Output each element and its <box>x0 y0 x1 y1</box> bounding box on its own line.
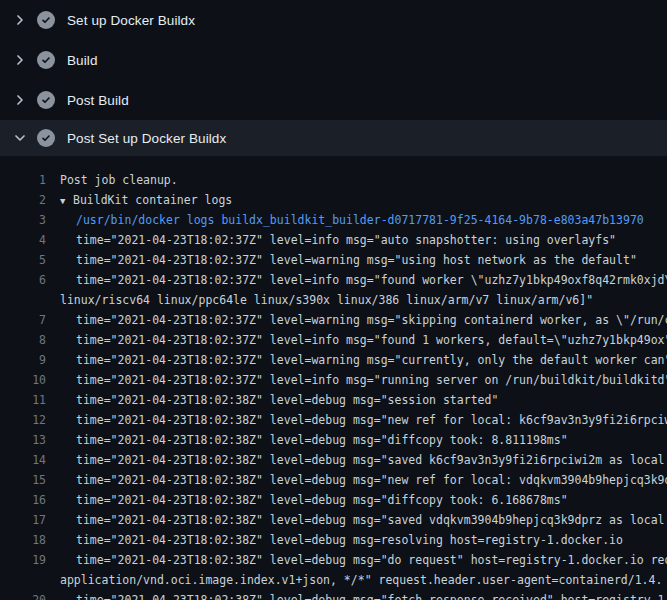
log-line: 6 time="2021-04-23T18:02:37Z" level=info… <box>0 270 667 290</box>
log-line-number[interactable]: 10 <box>0 370 46 390</box>
log-line-text: time="2021-04-23T18:02:38Z" level=debug … <box>46 390 667 410</box>
log-line: application/vnd.oci.image.index.v1+json,… <box>0 570 667 590</box>
step-label: Build <box>67 53 98 68</box>
step-label: Post Build <box>67 93 129 108</box>
log-line-number[interactable]: 1 <box>0 170 46 190</box>
log-line-number[interactable]: 15 <box>0 470 46 490</box>
log-line-text: time="2021-04-23T18:02:37Z" level=info m… <box>46 330 667 350</box>
log-line: 13 time="2021-04-23T18:02:38Z" level=deb… <box>0 430 667 450</box>
check-circle-icon <box>37 91 55 109</box>
log-area: 1 Post job cleanup. 2 ▼BuildKit containe… <box>0 156 667 600</box>
log-line-number[interactable]: 11 <box>0 390 46 410</box>
log-line-number[interactable]: 20 <box>0 590 46 600</box>
log-line-number[interactable]: 12 <box>0 410 46 430</box>
log-line-text: time="2021-04-23T18:02:37Z" level=info m… <box>46 270 667 290</box>
log-line: 14 time="2021-04-23T18:02:38Z" level=deb… <box>0 450 667 470</box>
log-line-text: time="2021-04-23T18:02:37Z" level=warnin… <box>46 310 667 330</box>
log-line-text: time="2021-04-23T18:02:38Z" level=debug … <box>46 410 667 430</box>
check-circle-icon <box>37 51 55 69</box>
chevron-down-icon <box>12 130 28 146</box>
step-label: Post Set up Docker Buildx <box>67 131 226 146</box>
log-line: 3 /usr/bin/docker logs buildx_buildkit_b… <box>0 210 667 230</box>
log-line-number[interactable]: 18 <box>0 530 46 550</box>
step-set-up-docker-buildx[interactable]: Set up Docker Buildx <box>0 0 667 40</box>
log-line-text: time="2021-04-23T18:02:38Z" level=debug … <box>46 510 667 530</box>
log-line-number <box>0 290 46 310</box>
log-line: 17 time="2021-04-23T18:02:38Z" level=deb… <box>0 510 667 530</box>
log-line-number[interactable]: 16 <box>0 490 46 510</box>
log-line-number[interactable]: 8 <box>0 330 46 350</box>
log-line: 15 time="2021-04-23T18:02:38Z" level=deb… <box>0 470 667 490</box>
step-post-build[interactable]: Post Build <box>0 80 667 120</box>
log-line: 7 time="2021-04-23T18:02:37Z" level=warn… <box>0 310 667 330</box>
log-line-text: time="2021-04-23T18:02:37Z" level=info m… <box>46 230 667 250</box>
log-line-number[interactable]: 14 <box>0 450 46 470</box>
log-line: 10 time="2021-04-23T18:02:37Z" level=inf… <box>0 370 667 390</box>
log-line: 12 time="2021-04-23T18:02:38Z" level=deb… <box>0 410 667 430</box>
log-line: 20 time="2021-04-23T18:02:38Z" level=deb… <box>0 590 667 600</box>
log-line-number[interactable]: 17 <box>0 510 46 530</box>
log-line-text: time="2021-04-23T18:02:37Z" level=info m… <box>46 370 667 390</box>
chevron-right-icon <box>12 92 28 108</box>
log-line: 5 time="2021-04-23T18:02:37Z" level=warn… <box>0 250 667 270</box>
log-line-text: Post job cleanup. <box>46 170 667 190</box>
log-line-number[interactable]: 13 <box>0 430 46 450</box>
log-line: 16 time="2021-04-23T18:02:38Z" level=deb… <box>0 490 667 510</box>
log-line: linux/riscv64 linux/ppc64le linux/s390x … <box>0 290 667 310</box>
log-line: 19 time="2021-04-23T18:02:38Z" level=deb… <box>0 550 667 570</box>
step-build[interactable]: Build <box>0 40 667 80</box>
log-line-number[interactable]: 9 <box>0 350 46 370</box>
log-line-text: time="2021-04-23T18:02:38Z" level=debug … <box>46 450 667 470</box>
log-line-text: linux/riscv64 linux/ppc64le linux/s390x … <box>46 290 667 310</box>
log-line-number[interactable]: 4 <box>0 230 46 250</box>
log-line-text: time="2021-04-23T18:02:37Z" level=warnin… <box>46 350 667 370</box>
step-post-set-up-docker-buildx[interactable]: Post Set up Docker Buildx <box>0 120 667 156</box>
chevron-right-icon <box>12 12 28 28</box>
log-line-text: application/vnd.oci.image.index.v1+json,… <box>46 570 667 590</box>
log-line-text: time="2021-04-23T18:02:38Z" level=debug … <box>46 530 667 550</box>
log-line: 2 ▼BuildKit container logs <box>0 190 667 210</box>
log-line-text: ▼BuildKit container logs <box>46 190 667 210</box>
log-line-text: time="2021-04-23T18:02:38Z" level=debug … <box>46 550 667 570</box>
log-line-text: time="2021-04-23T18:02:38Z" level=debug … <box>46 470 667 490</box>
actions-log-viewer: Set up Docker Buildx Build Post Build Po… <box>0 0 667 600</box>
collapse-triangle-icon[interactable]: ▼ <box>60 191 73 210</box>
log-line: 8 time="2021-04-23T18:02:37Z" level=info… <box>0 330 667 350</box>
check-circle-icon <box>37 129 55 147</box>
log-line-number[interactable]: 5 <box>0 250 46 270</box>
log-line-number[interactable]: 19 <box>0 550 46 570</box>
log-line-number <box>0 570 46 590</box>
log-line-text: time="2021-04-23T18:02:37Z" level=warnin… <box>46 250 667 270</box>
log-line-number[interactable]: 6 <box>0 270 46 290</box>
check-circle-icon <box>37 11 55 29</box>
log-line: 9 time="2021-04-23T18:02:37Z" level=warn… <box>0 350 667 370</box>
chevron-right-icon <box>12 52 28 68</box>
log-line-text: time="2021-04-23T18:02:38Z" level=debug … <box>46 590 667 600</box>
log-line-text: /usr/bin/docker logs buildx_buildkit_bui… <box>46 210 667 230</box>
log-line: 1 Post job cleanup. <box>0 170 667 190</box>
log-line-text: time="2021-04-23T18:02:38Z" level=debug … <box>46 430 667 450</box>
log-line: 4 time="2021-04-23T18:02:37Z" level=info… <box>0 230 667 250</box>
step-label: Set up Docker Buildx <box>67 13 195 28</box>
log-line: 11 time="2021-04-23T18:02:38Z" level=deb… <box>0 390 667 410</box>
log-line-number[interactable]: 7 <box>0 310 46 330</box>
log-line: 18 time="2021-04-23T18:02:38Z" level=deb… <box>0 530 667 550</box>
log-line-number[interactable]: 3 <box>0 210 46 230</box>
log-line-number[interactable]: 2 <box>0 190 46 210</box>
log-line-text: time="2021-04-23T18:02:38Z" level=debug … <box>46 490 667 510</box>
